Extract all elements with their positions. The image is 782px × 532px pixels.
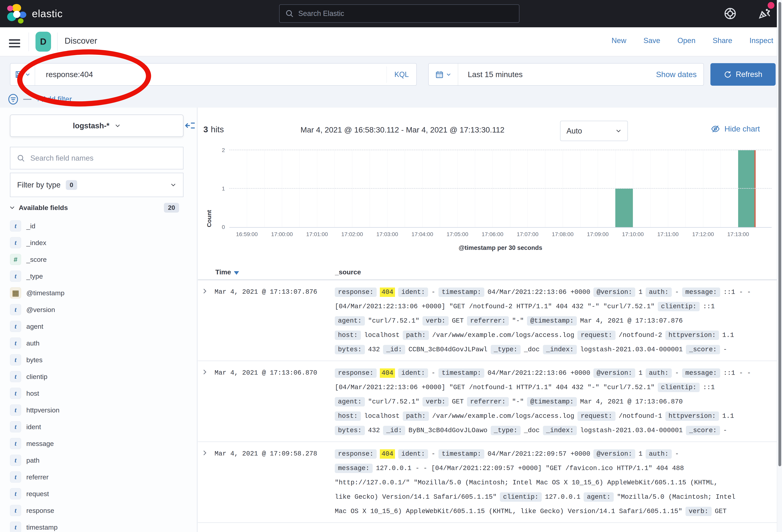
filter-by-type-select[interactable]: Filter by type 0 <box>10 173 183 197</box>
space-avatar[interactable]: D <box>35 32 51 51</box>
show-dates-button[interactable]: Show dates <box>656 70 704 79</box>
field-type-icon: t <box>10 455 21 466</box>
search-icon <box>285 9 294 18</box>
field-type-icon: t <box>10 471 21 483</box>
source-segment: httpversion: <box>665 331 719 340</box>
filter-icon[interactable] <box>8 93 19 105</box>
histogram-bar[interactable] <box>615 189 633 227</box>
field-type-icon: t <box>10 505 21 516</box>
source-segment: Mar 4, 2021 @ 17:13:07.876 <box>580 317 683 325</box>
source-segment: auth: <box>646 369 672 378</box>
expand-document-icon[interactable] <box>201 285 215 357</box>
source-segment: 1.1 <box>722 332 734 339</box>
query-language-button[interactable]: KQL <box>386 66 416 83</box>
search-field-names-input[interactable]: Search field names <box>10 147 183 169</box>
sort-desc-icon[interactable] <box>234 271 239 275</box>
chart-time-range: Mar 4, 2021 @ 16:58:30.112 - Mar 4, 2021… <box>300 125 504 134</box>
field-type-icon: t <box>10 522 21 532</box>
field-item[interactable]: t referrer <box>10 469 183 485</box>
field-item[interactable]: t clientip <box>10 368 183 385</box>
collapse-sidebar-icon[interactable] <box>185 120 196 131</box>
field-item[interactable]: t auth <box>10 335 183 351</box>
elastic-brand[interactable]: elastic <box>7 4 63 24</box>
source-segment: @version: <box>593 288 635 297</box>
global-search-input[interactable]: Search Elastic <box>279 4 520 23</box>
date-picker-calendar-button[interactable] <box>429 64 458 85</box>
scrollbar-thumb[interactable] <box>778 2 781 466</box>
available-fields-header[interactable]: Available fields 20 <box>9 202 183 214</box>
help-icon[interactable] <box>724 7 737 20</box>
appbar-action-link[interactable]: Save <box>643 36 660 45</box>
field-item[interactable]: # _score <box>10 251 183 268</box>
source-segment: ::1 <box>703 384 715 391</box>
source-segment: _score: <box>686 345 720 354</box>
menu-hamburger-icon[interactable] <box>9 39 20 47</box>
field-name: response <box>26 507 54 515</box>
refresh-icon <box>724 71 732 78</box>
field-item[interactable]: t agent <box>10 318 183 335</box>
field-item[interactable]: t request <box>10 485 183 502</box>
source-segment: @timestamp: <box>527 397 577 407</box>
field-item[interactable]: t @version <box>10 301 183 318</box>
appbar-action-link[interactable]: Inspect <box>749 36 773 45</box>
add-filter-button[interactable]: + Add filter <box>36 95 72 104</box>
field-item[interactable]: t httpversion <box>10 402 183 418</box>
field-type-icon: t <box>10 405 21 416</box>
source-line: response:404ident:-timestamp:04/Mar/2021… <box>335 447 775 461</box>
index-pattern-select[interactable]: logstash-* <box>10 115 183 137</box>
field-name: _index <box>26 239 46 247</box>
source-segment: ::1 - - <box>723 370 751 377</box>
saved-query-menu-button[interactable] <box>10 64 35 85</box>
field-item[interactable]: t bytes <box>10 351 183 368</box>
field-item[interactable]: t message <box>10 435 183 452</box>
available-fields-count-badge: 20 <box>164 203 179 213</box>
column-header-source[interactable]: _source <box>335 268 361 276</box>
time-range-value[interactable]: Last 15 minutes <box>458 70 656 79</box>
column-header-time[interactable]: Time <box>215 268 239 276</box>
source-segment: httpversion: <box>665 412 719 421</box>
field-type-icon: t <box>10 488 21 499</box>
field-item[interactable]: t timestamp <box>10 519 183 532</box>
news-party-icon[interactable] <box>758 7 771 20</box>
source-line: Mac OS X 10_15_6) AppleWebKit/605.1.15 (… <box>335 504 775 519</box>
source-segment: 04/Mar/2021:22:13:06 +0000 <box>488 289 590 296</box>
field-item[interactable]: t path <box>10 452 183 469</box>
page-scrollbar[interactable] <box>777 0 782 532</box>
chevron-down-icon <box>615 128 621 134</box>
appbar-action-link[interactable]: New <box>611 36 626 45</box>
expand-document-icon[interactable] <box>201 447 215 519</box>
search-field-names-placeholder: Search field names <box>30 154 94 162</box>
refresh-button[interactable]: Refresh <box>710 63 776 86</box>
field-name: _type <box>26 272 43 280</box>
source-line: like Gecko) Version/14.1 Safari/605.1.15… <box>335 490 775 504</box>
field-item[interactable]: t host <box>10 385 183 402</box>
source-segment: "curl/7.52.1" <box>368 398 419 406</box>
field-item[interactable]: t _type <box>10 268 183 284</box>
field-item[interactable]: ▦ @timestamp <box>10 284 183 301</box>
field-item[interactable]: t _id <box>10 218 183 234</box>
histogram-bar[interactable] <box>738 150 756 227</box>
appbar-action-link[interactable]: Open <box>677 36 696 45</box>
field-type-icon: t <box>10 271 21 282</box>
source-segment: /var/www/example.com/logs/access.log <box>432 412 574 420</box>
chevron-down-icon <box>9 205 15 211</box>
filter-type-count-badge: 0 <box>66 180 77 190</box>
source-segment: 127.0.0.1 - - [04/Mar/2021:22:09:57 +000… <box>376 465 684 472</box>
query-input[interactable]: response:404 <box>35 70 386 79</box>
chevron-down-icon <box>115 123 120 129</box>
table-row: Mar 4, 2021 @ 17:13:06.870 response:404i… <box>198 361 777 442</box>
field-type-icon: t <box>10 421 21 432</box>
field-item[interactable]: t _index <box>10 234 183 251</box>
field-type-icon: ▦ <box>10 287 21 299</box>
source-line: "http://127.0.0.1/" "Mozilla/5.0 (Macint… <box>335 476 775 490</box>
hide-chart-button[interactable]: Hide chart <box>711 124 760 134</box>
field-item[interactable]: t ident <box>10 418 183 435</box>
source-segment: - <box>675 289 679 296</box>
expand-document-icon[interactable] <box>201 366 215 438</box>
interval-select[interactable]: Auto <box>560 121 628 141</box>
source-segment: verb: <box>685 507 712 516</box>
field-item[interactable]: t response <box>10 502 183 519</box>
source-segment: path: <box>403 412 429 421</box>
appbar-action-link[interactable]: Share <box>713 36 732 45</box>
source-segment: "-" <box>512 398 524 406</box>
